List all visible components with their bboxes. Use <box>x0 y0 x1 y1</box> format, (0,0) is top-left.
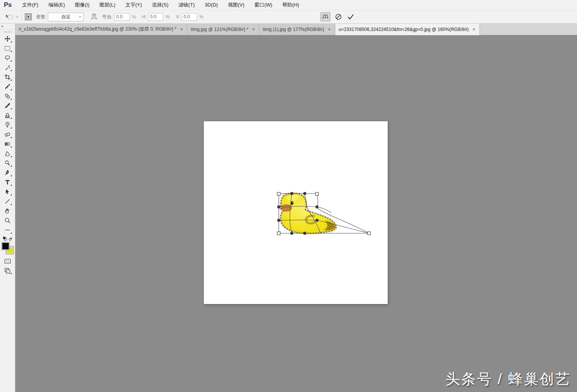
options-separator <box>21 13 22 21</box>
commit-transform-button[interactable] <box>346 12 356 21</box>
tool-path-selection[interactable] <box>2 187 13 197</box>
tool-magic-wand[interactable] <box>2 63 13 72</box>
warp-handle-bottom-right[interactable] <box>367 232 371 235</box>
warp-point-top-1[interactable] <box>290 192 293 195</box>
tool-zoom[interactable] <box>2 216 13 225</box>
options-bar: 变形: 自定 弯曲: % H: % V: % <box>0 10 577 24</box>
tool-type[interactable] <box>2 177 13 187</box>
photoshop-window: Ps 文件(F) 编辑(E) 图像(I) 图层(L) 文字(Y) 选择(S) 滤… <box>0 0 577 392</box>
default-colors-icon <box>3 237 7 240</box>
menu-filter[interactable]: 滤镜(T) <box>174 0 200 10</box>
menu-3d[interactable]: 3D(D) <box>200 0 223 10</box>
warp-point-bottom-2[interactable] <box>303 232 306 235</box>
bend-label: 弯曲: <box>102 14 112 20</box>
tool-clone-stamp[interactable] <box>2 111 13 120</box>
watermark-text: 头条号 / 蜂巢创艺 <box>445 369 571 389</box>
tool-hand[interactable] <box>2 206 13 216</box>
menu-view[interactable]: 视图(V) <box>223 0 249 10</box>
document-tab-1[interactable]: n_v1bl2lwxsqgpkflci4c42q_c5e82e3eff7fcb9… <box>15 24 187 35</box>
warp-handle-bottom-left[interactable] <box>277 232 280 235</box>
toolbar-collapse-button[interactable]: » <box>0 24 15 29</box>
color-controls <box>3 236 13 242</box>
warp-point-left-1[interactable] <box>277 205 280 208</box>
warp-point-right-1[interactable] <box>315 205 319 208</box>
tab-close-icon[interactable]: × <box>472 27 476 32</box>
menu-layer[interactable]: 图层(L) <box>94 0 120 10</box>
app-logo: Ps <box>4 1 12 9</box>
tool-spot-healing-brush[interactable] <box>2 91 13 101</box>
menu-edit[interactable]: 编辑(E) <box>43 0 70 10</box>
warp-label: 变形: <box>36 14 46 20</box>
toolbar-grip[interactable] <box>3 31 12 33</box>
tool-crop[interactable] <box>2 72 13 82</box>
swap-colors-icon <box>9 237 11 241</box>
tools-panel: » <box>0 24 15 392</box>
tab-title: u=2331708506,324224510&fm=26&gp=0.jpg @ … <box>339 27 469 32</box>
warp-mode-toggle-button[interactable] <box>320 12 330 21</box>
document-tab-2[interactable]: timg.jpg @ 121%(RGB/8#) * × <box>187 24 259 35</box>
tool-dodge[interactable] <box>2 158 13 168</box>
tool-lasso[interactable] <box>2 53 13 63</box>
v-distort-input[interactable] <box>182 13 197 21</box>
tool-eraser[interactable] <box>2 130 13 139</box>
warp-point-right-2[interactable] <box>315 219 319 222</box>
tab-title: timg.jpg @ 121%(RGB/8#) * <box>191 27 248 32</box>
menu-select[interactable]: 选择(S) <box>147 0 173 10</box>
canvas-viewport[interactable]: 头条号 / 蜂巢创艺 <box>15 35 577 392</box>
warp-mode-toggle-icon <box>322 13 329 21</box>
tool-screen-mode[interactable] <box>2 266 13 275</box>
warp-style-value: 自定 <box>61 14 70 20</box>
h-label: H: <box>142 14 146 20</box>
document-tab-4-active[interactable]: u=2331708506,324224510&fm=26&gp=0.jpg @ … <box>335 24 480 35</box>
warp-handle-top-left[interactable] <box>277 192 280 195</box>
tool-gradient[interactable] <box>2 139 13 149</box>
tool-brush[interactable] <box>2 101 13 111</box>
reference-point-grid-icon[interactable] <box>24 13 32 21</box>
document-tab-bar: n_v1bl2lwxsqgpkflci4c42q_c5e82e3eff7fcb9… <box>15 24 577 35</box>
document-area: n_v1bl2lwxsqgpkflci4c42q_c5e82e3eff7fcb9… <box>15 24 577 392</box>
warp-point-bottom-1[interactable] <box>290 232 293 235</box>
cancel-transform-icon <box>335 13 342 20</box>
duck-image-with-warp-mesh[interactable] <box>204 121 388 304</box>
tool-move[interactable] <box>2 34 13 44</box>
duck-image[interactable] <box>280 193 336 233</box>
bend-input[interactable] <box>114 13 130 21</box>
bend-unit: % <box>132 14 136 20</box>
main-area: » <box>0 24 577 392</box>
tab-close-icon[interactable]: × <box>179 27 184 32</box>
transform-preset-icon[interactable] <box>5 14 14 20</box>
tool-smudge[interactable] <box>2 149 13 158</box>
h-distort-input[interactable] <box>148 13 163 21</box>
menu-window[interactable]: 窗口(W) <box>249 0 277 10</box>
menu-help[interactable]: 帮助(H) <box>277 0 304 10</box>
tab-title: timg (1).jpg @ 177%(RGB/8#) <box>263 27 324 32</box>
warp-handle-top-right[interactable] <box>315 192 319 195</box>
tool-line[interactable] <box>2 197 13 206</box>
tool-edit-toolbar[interactable] <box>2 225 13 235</box>
color-swatches <box>2 242 13 254</box>
tool-eyedropper[interactable] <box>2 82 13 91</box>
v-unit: % <box>199 14 203 20</box>
menu-bar: Ps 文件(F) 编辑(E) 图像(I) 图层(L) 文字(Y) 选择(S) 滤… <box>0 0 577 10</box>
warp-orientation-icon[interactable] <box>90 13 98 21</box>
warp-style-select[interactable]: 自定 <box>48 13 84 21</box>
tool-quick-mask[interactable] <box>2 256 13 266</box>
warp-point-left-2[interactable] <box>277 219 280 222</box>
v-label: V: <box>176 14 180 20</box>
document-tab-3[interactable]: timg (1).jpg @ 177%(RGB/8#) × <box>259 24 335 35</box>
tab-close-icon[interactable]: × <box>327 27 332 32</box>
tool-rectangular-marquee[interactable] <box>2 44 13 53</box>
menu-image[interactable]: 图像(I) <box>70 0 94 10</box>
tool-pen[interactable] <box>2 168 13 177</box>
h-unit: % <box>166 14 170 20</box>
menu-file[interactable]: 文件(F) <box>17 0 44 10</box>
foreground-color-swatch[interactable] <box>2 242 9 250</box>
tab-title: n_v1bl2lwxsqgpkflci4c42q_c5e82e3eff7fcb9… <box>19 26 176 33</box>
tool-history-brush[interactable] <box>2 120 13 130</box>
cancel-transform-button[interactable] <box>333 12 343 21</box>
menu-type[interactable]: 文字(Y) <box>120 0 147 10</box>
tab-close-icon[interactable]: × <box>251 27 255 32</box>
warp-point-top-2[interactable] <box>303 192 306 195</box>
preset-chevron-icon[interactable] <box>15 16 19 18</box>
commit-transform-icon <box>347 13 354 20</box>
